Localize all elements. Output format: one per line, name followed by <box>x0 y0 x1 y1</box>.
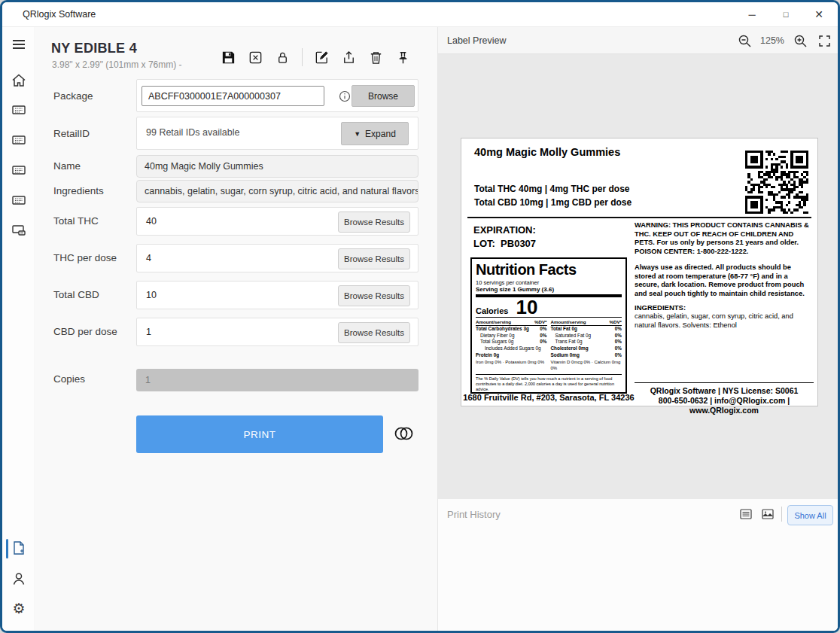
nutrition-serving-size: Serving size 1 Gummy (3.6) <box>476 286 622 293</box>
total-cbd-value[interactable]: 10 <box>146 290 157 300</box>
clear-fields-icon[interactable] <box>248 50 263 65</box>
preview-panel: Label Preview 125% 40mg Magic Molly Gumm… <box>437 27 838 631</box>
nutrition-calories-row: Calories 10 <box>476 300 622 315</box>
save-icon[interactable] <box>221 50 236 65</box>
edit-icon[interactable] <box>314 50 330 65</box>
thc-per-dose-browse-results-button[interactable]: Browse Results <box>338 248 410 269</box>
app-window: QRlogix Software ─ □ ✕ <box>0 0 840 633</box>
nutrition-minerals-left: Iron 0mg 0% · Potassium 0mg 0% <box>476 360 547 366</box>
image-view-icon[interactable] <box>761 507 775 521</box>
name-field[interactable]: 40mg Magic Molly Gummies <box>136 155 418 178</box>
total-thc-value[interactable]: 40 <box>146 216 157 227</box>
maximize-button[interactable]: □ <box>769 2 802 26</box>
nutrition-left-header: Amount/serving %DV* <box>476 319 547 326</box>
total-thc-browse-results-button[interactable]: Browse Results <box>338 212 410 233</box>
pin-icon[interactable] <box>395 50 411 65</box>
name-label: Name <box>53 160 81 172</box>
calories-label: Calories <box>476 306 508 315</box>
toolbar-divider <box>302 48 303 66</box>
nutrition-thin-rule <box>476 317 622 318</box>
expand-button-label: Expand <box>365 129 396 139</box>
label-thc-line: Total THC 40mg | 4mg THC per dose <box>474 184 630 194</box>
label-sheet: 40mg Magic Molly Gummies Total THC 40mg … <box>461 138 818 406</box>
hamburger-menu-icon[interactable] <box>11 36 27 53</box>
print-button[interactable]: PRINT <box>136 415 383 453</box>
label-cbd-line: Total CBD 10mg | 1mg CBD per dose <box>474 197 632 208</box>
label-template-icon-2[interactable] <box>11 132 27 148</box>
label-editor-panel: NY EDIBLE 4 3.98" x 2.99" (101mm x 76mm)… <box>36 27 437 631</box>
fullscreen-icon[interactable] <box>817 34 832 48</box>
nutrition-facts-panel: Nutrition Facts 10 servings per containe… <box>470 257 627 394</box>
history-toolbar-divider <box>781 507 782 522</box>
minimize-button[interactable]: ─ <box>735 2 768 26</box>
label-ingredients-heading: INGREDIENTS: <box>635 303 814 312</box>
label-ingredients-text: cannabis, gelatin, sugar, corn syrup, ci… <box>635 312 814 330</box>
label-right-rule <box>635 382 814 383</box>
preview-header: Label Preview 125% <box>438 27 838 54</box>
package-row: Browse <box>136 79 418 112</box>
nutrition-servings: 10 servings per container <box>476 279 622 286</box>
info-icon[interactable] <box>339 90 351 102</box>
copies-field: 1 <box>136 369 418 391</box>
label-address: 1680 Fruitville Rd, #203, Sarasota, FL 3… <box>461 393 636 402</box>
delete-trash-icon[interactable] <box>368 50 384 65</box>
nutrition-right-header: Amount/serving %DV* <box>551 319 622 326</box>
printer-device-icon[interactable] <box>11 222 27 239</box>
nutrition-left-rows: Total Carbohydrates 3g0%Dietary Fiber 0g… <box>476 326 547 358</box>
close-button[interactable]: ✕ <box>802 2 835 26</box>
editor-toolbar <box>221 48 411 66</box>
zoom-in-icon[interactable] <box>793 34 808 48</box>
retail-id-label: RetailID <box>53 128 90 139</box>
label-template-icon-3[interactable] <box>11 162 27 178</box>
cbd-per-dose-label: CBD per dose <box>53 326 117 337</box>
ingredients-field[interactable]: cannabis, gelatin, sugar, corn syrup, ci… <box>136 180 418 202</box>
lock-icon[interactable] <box>275 50 291 65</box>
calories-value: 10 <box>516 300 537 315</box>
total-thc-label: Total THC <box>53 215 99 227</box>
print-history-section: Print History Show All <box>438 499 838 631</box>
show-all-button[interactable]: Show All <box>787 505 833 525</box>
retail-id-status: 99 Retail IDs available <box>146 127 239 138</box>
package-input[interactable] <box>142 86 324 106</box>
browse-button[interactable]: Browse <box>352 85 415 107</box>
print-history-title: Print History <box>447 509 501 520</box>
settings-gear-icon[interactable]: ⚙ <box>11 601 27 617</box>
zoom-out-icon[interactable] <box>738 34 752 48</box>
thc-per-dose-label: THC per dose <box>53 252 117 263</box>
nutrition-title: Nutrition Facts <box>476 262 622 277</box>
cbd-per-dose-row: 1 Browse Results <box>136 318 418 346</box>
label-template-icon-4[interactable] <box>11 192 27 208</box>
label-product-name: 40mg Magic Molly Gummies <box>474 146 620 158</box>
nutrition-right-rows: Total Fat 0g0%Saturated Fat 0g0%Trans Fa… <box>551 326 622 358</box>
total-cbd-label: Total CBD <box>53 289 99 300</box>
nutrition-footnote: The % Daily Value (DV) tells you how muc… <box>476 374 622 393</box>
active-item-indicator <box>6 539 8 558</box>
nutrition-minerals-right: Vitamin D 0mcg 0% · Calcium 0mg 0% <box>551 360 622 372</box>
label-lot: LOT: PB0307 <box>473 238 536 249</box>
app-title: QRlogix Software <box>23 9 96 20</box>
print-mode-toggle-icon[interactable] <box>392 424 416 443</box>
new-document-icon[interactable] <box>11 540 27 556</box>
label-template-icon-1[interactable] <box>11 102 27 118</box>
list-view-icon[interactable] <box>739 507 753 521</box>
label-size-subtitle: 3.98" x 2.99" (101mm x 76mm) - <box>52 59 182 70</box>
label-divider <box>467 217 811 218</box>
label-directions: Always use as directed. All products sho… <box>635 263 814 298</box>
user-icon[interactable] <box>11 571 27 587</box>
share-icon[interactable] <box>341 50 357 65</box>
preview-title: Label Preview <box>447 35 507 46</box>
copies-label: Copies <box>53 373 85 385</box>
thc-per-dose-value[interactable]: 4 <box>146 253 151 263</box>
expand-button[interactable]: ▼ Expand <box>341 122 409 145</box>
qr-code <box>745 151 808 214</box>
sidebar: ⚙ <box>2 27 35 631</box>
cbd-per-dose-browse-results-button[interactable]: Browse Results <box>338 322 410 343</box>
chevron-down-icon: ▼ <box>354 130 361 138</box>
total-cbd-browse-results-button[interactable]: Browse Results <box>338 285 410 306</box>
label-license-line: QRlogix Software | NYS License: S0061 <box>635 386 814 396</box>
home-icon[interactable] <box>11 72 27 89</box>
label-name-title: NY EDIBLE 4 <box>51 41 137 56</box>
total-thc-row: 40 Browse Results <box>136 207 418 236</box>
cbd-per-dose-value[interactable]: 1 <box>146 327 151 337</box>
retail-id-row: 99 Retail IDs available ▼ Expand <box>136 117 418 150</box>
